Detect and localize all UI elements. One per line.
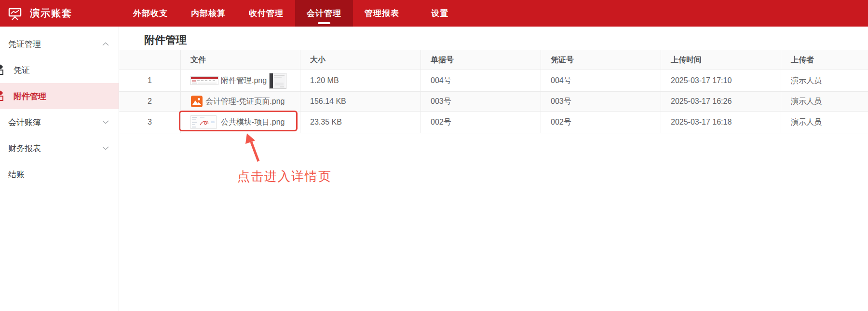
sidebar-item-label: 附件管理 bbox=[14, 91, 46, 102]
file-name[interactable]: 会计管理-凭证页面.png bbox=[205, 97, 285, 107]
document-no: 002号 bbox=[421, 112, 541, 133]
voucher-no: 003号 bbox=[541, 92, 661, 111]
file-name[interactable]: 公共模块-项目.png bbox=[221, 117, 285, 127]
nav-external-income-expense[interactable]: 外部收支 bbox=[122, 0, 179, 27]
header-size: 大小 bbox=[300, 50, 421, 70]
screenshot-thumbnail-annotated-icon bbox=[190, 115, 217, 129]
nav-receipt-payment[interactable]: 收付管理 bbox=[237, 0, 295, 27]
chevron-down-icon bbox=[102, 120, 109, 124]
document-no: 003号 bbox=[421, 92, 541, 111]
upload-time: 2025-03-17 17:10 bbox=[661, 70, 781, 91]
uploader: 演示人员 bbox=[781, 112, 868, 133]
sidebar-item-closing[interactable]: 结账 bbox=[0, 161, 119, 187]
attachments-table: 文件 大小 单据号 凭证号 上传时间 上传者 1 附件管理.png bbox=[119, 50, 868, 133]
voucher-no: 004号 bbox=[541, 70, 661, 91]
file-cell[interactable]: 公共模块-项目.png bbox=[181, 112, 300, 133]
header-index bbox=[119, 50, 181, 70]
screenshot-thumbnail-red-header-icon bbox=[190, 76, 218, 85]
header-voucher-no: 凭证号 bbox=[541, 50, 661, 70]
presentation-chart-icon bbox=[7, 6, 23, 21]
page-title: 附件管理 bbox=[144, 33, 187, 47]
sidebar-group-financial-reports[interactable]: 财务报表 bbox=[0, 135, 119, 161]
sidebar: 凭证管理 凭证 附件管理 会计账簿 财务报表 bbox=[0, 27, 119, 311]
file-size: 1.20 MB bbox=[300, 70, 421, 91]
image-file-icon bbox=[190, 95, 203, 108]
table-row[interactable]: 2 会计管理-凭证页面.png 156.14 KB 003号 003号 2025… bbox=[119, 92, 868, 112]
row-index: 2 bbox=[119, 92, 181, 111]
cursor-clipped-icon bbox=[0, 64, 5, 76]
top-navigation-bar: 演示账套 外部收支 内部核算 收付管理 会计管理 管理报表 设置 bbox=[0, 0, 868, 27]
row-index: 3 bbox=[119, 112, 181, 133]
sidebar-group-voucher-management[interactable]: 凭证管理 bbox=[0, 31, 119, 57]
file-cell[interactable]: 会计管理-凭证页面.png bbox=[181, 92, 300, 111]
app-logo: 演示账套 bbox=[7, 0, 72, 27]
header-upload-time: 上传时间 bbox=[661, 50, 781, 70]
file-size: 23.35 KB bbox=[300, 112, 421, 133]
chevron-up-icon bbox=[102, 42, 109, 46]
table-row[interactable]: 1 附件管理.png bbox=[119, 70, 868, 92]
uploader: 演示人员 bbox=[781, 92, 868, 111]
file-name[interactable]: 附件管理.png bbox=[221, 76, 267, 86]
file-size: 156.14 KB bbox=[300, 92, 421, 111]
annotation-arrow-icon bbox=[231, 131, 270, 165]
uploader: 演示人员 bbox=[781, 70, 868, 91]
nav-internal-accounting[interactable]: 内部核算 bbox=[179, 0, 237, 27]
cursor-clipped-icon bbox=[0, 90, 5, 102]
chevron-down-icon bbox=[102, 146, 109, 150]
sidebar-item-label: 凭证 bbox=[14, 65, 30, 76]
sidebar-group-accounting-books[interactable]: 会计账簿 bbox=[0, 109, 119, 135]
sidebar-item-attachment-management[interactable]: 附件管理 bbox=[0, 83, 119, 109]
sidebar-item-voucher[interactable]: 凭证 bbox=[0, 57, 119, 83]
table-header-row: 文件 大小 单据号 凭证号 上传时间 上传者 bbox=[119, 50, 868, 70]
upload-time: 2025-03-17 16:26 bbox=[661, 92, 781, 111]
screenshot-thumbnail-dark-sidebar-icon bbox=[269, 73, 286, 89]
document-no: 004号 bbox=[421, 70, 541, 91]
header-uploader: 上传者 bbox=[781, 50, 868, 70]
account-set-title: 演示账套 bbox=[30, 7, 72, 20]
sidebar-item-label: 会计账簿 bbox=[8, 117, 41, 128]
nav-settings[interactable]: 设置 bbox=[411, 0, 469, 27]
main-nav: 外部收支 内部核算 收付管理 会计管理 管理报表 设置 bbox=[122, 0, 469, 27]
file-cell[interactable]: 附件管理.png bbox=[181, 70, 300, 91]
upload-time: 2025-03-17 16:18 bbox=[661, 112, 781, 133]
annotation-label: 点击进入详情页 bbox=[237, 168, 332, 185]
row-index: 1 bbox=[119, 70, 181, 91]
sidebar-item-label: 结账 bbox=[8, 169, 25, 180]
nav-management-reports[interactable]: 管理报表 bbox=[353, 0, 411, 27]
sidebar-item-label: 财务报表 bbox=[8, 143, 41, 154]
sidebar-item-label: 凭证管理 bbox=[8, 39, 41, 50]
table-row[interactable]: 3 公共模块-项目.png 23.35 KB 002号 002号 2025-03… bbox=[119, 112, 868, 133]
voucher-no: 002号 bbox=[541, 112, 661, 133]
nav-accounting-management[interactable]: 会计管理 bbox=[295, 0, 353, 27]
header-file: 文件 bbox=[181, 50, 300, 70]
header-document-no: 单据号 bbox=[421, 50, 541, 70]
